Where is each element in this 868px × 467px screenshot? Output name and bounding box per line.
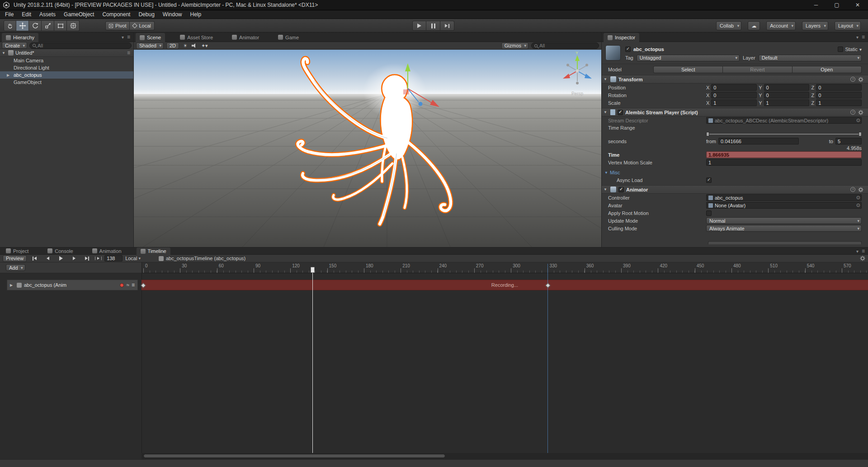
gizmo-z-handle[interactable] [419,102,423,106]
menu-item[interactable]: Window [159,11,186,18]
time-range-slider[interactable] [706,131,862,137]
z-field[interactable]: 0 [816,92,862,98]
close-button[interactable]: ✕ [847,0,868,10]
gear-icon[interactable] [858,110,863,115]
pause-button[interactable] [426,21,440,31]
menu-item[interactable]: File [1,11,18,18]
playhead-handle[interactable] [311,267,315,273]
layers-dropdown[interactable]: Layers [802,21,828,30]
y-field[interactable]: 0 [764,92,810,98]
goto-end-button[interactable] [82,255,92,262]
gear-icon[interactable] [858,77,863,82]
tab[interactable]: Scene [136,33,165,42]
scene-foldout-header[interactable]: Untitled* [0,49,133,57]
component-enabled-checkbox[interactable] [618,110,623,115]
z-field[interactable]: 0 [816,84,862,91]
stream-descriptor-field[interactable]: abc_octopus_ABCDesc (AlembicStreamDescri… [706,117,862,124]
timeline-play-button[interactable] [56,255,66,262]
hierarchy-item[interactable]: abc_octopus [0,71,133,79]
controller-field[interactable]: abc_octopus [706,194,862,201]
time-field-recording[interactable]: 1.866935 [706,151,862,158]
hierarchy-search-input[interactable]: All [29,42,132,49]
culling-mode-dropdown[interactable]: Always Animate [706,225,862,232]
recording-track-lane[interactable]: Recording... [142,280,868,290]
tab-inspector[interactable]: Inspector [604,33,639,42]
menu-item[interactable]: Assets [35,11,60,18]
gameobject-name[interactable]: abc_octopus [633,47,664,52]
tab[interactable]: Asset Store [176,33,217,42]
dock-menu-icon[interactable] [862,248,865,254]
dock-caret-icon[interactable] [122,34,124,40]
timeline-breadcrumb[interactable]: abc_octopusTimeline (abc_octopus) [159,256,245,261]
2d-toggle-button[interactable]: 2D [166,42,179,49]
apply-root-motion-checkbox[interactable] [706,210,712,216]
step-button[interactable] [440,21,454,31]
projection-label[interactable]: Persp [557,91,598,96]
vertex-motion-scale-field[interactable]: 1 [706,159,862,166]
help-icon[interactable] [850,187,855,192]
dock-caret-icon[interactable] [856,34,859,40]
slider-max-handle[interactable] [859,132,862,136]
active-checkbox[interactable] [625,47,631,52]
dock-caret-icon[interactable] [856,248,859,254]
help-icon[interactable] [850,110,855,115]
layer-dropdown[interactable]: Default [759,55,862,61]
static-checkbox[interactable] [838,47,843,52]
model-button[interactable]: Select [653,66,723,73]
menu-item[interactable]: Debug [134,11,158,18]
dock-menu-icon[interactable] [862,34,865,40]
foldout-icon[interactable] [10,283,14,287]
menu-item[interactable]: Component [98,11,134,18]
tab[interactable]: Project [2,248,33,254]
curves-toggle-icon[interactable] [126,282,129,288]
x-field[interactable]: 0 [711,84,757,91]
tab[interactable]: Game [274,33,303,42]
foldout-icon[interactable] [604,187,608,191]
dock-menu-icon[interactable] [127,34,130,40]
hand-tool-button[interactable] [4,20,16,31]
from-field[interactable]: 0.041666 [718,138,799,145]
timeline-settings-gear-icon[interactable] [860,256,865,261]
animator-component-header[interactable]: Animator [602,185,868,194]
scrollbar-thumb[interactable] [143,454,445,458]
menu-item[interactable]: Edit [18,11,35,18]
scene-audio-icon[interactable] [192,43,197,48]
foldout-icon[interactable] [604,171,609,175]
gameobject-thumbnail[interactable] [605,45,621,61]
scene-search-input[interactable]: All [531,42,599,49]
local-toggle-button[interactable]: Local [130,21,154,30]
model-button[interactable]: Open [793,66,862,73]
tab[interactable]: Animation [88,248,126,254]
record-toggle-icon[interactable] [120,283,124,287]
foldout-icon[interactable] [604,110,608,114]
timeline-column-separator[interactable] [142,262,142,459]
cloud-services-button[interactable]: ☁ [748,21,760,30]
tab-hierarchy[interactable]: Hierarchy [2,33,38,42]
to-field[interactable]: 5 [835,138,862,145]
layout-dropdown[interactable]: Layout [835,21,861,30]
component-enabled-checkbox[interactable] [618,187,624,192]
axis-y-cone[interactable] [575,55,580,61]
misc-foldout[interactable]: Misc [602,169,868,176]
track-menu-icon[interactable] [132,282,135,288]
alembic-component-header[interactable]: Alembic Stream Player (Script) [602,108,868,117]
tab[interactable]: Animator [228,33,263,42]
foldout-icon[interactable] [7,73,11,77]
axis-center[interactable] [576,70,579,73]
play-button[interactable] [412,21,426,31]
minimize-button[interactable]: ─ [806,0,826,10]
gizmo-plane-handle[interactable] [403,89,409,94]
create-dropdown[interactable]: Create [2,42,27,49]
move-tool-button[interactable] [16,20,29,31]
scale-tool-button[interactable] [42,20,54,31]
gear-icon[interactable] [858,187,863,192]
tab[interactable]: Console [43,248,77,254]
menu-item[interactable]: Help [186,11,206,18]
octopus-model[interactable] [298,59,451,224]
tag-dropdown[interactable]: Untagged [637,55,740,61]
hierarchy-item[interactable]: GameObject [0,79,133,86]
x-field[interactable]: 0 [711,92,757,98]
account-dropdown[interactable]: Account [766,21,796,30]
slider-min-handle[interactable] [706,132,709,136]
y-field[interactable]: 1 [764,99,810,106]
